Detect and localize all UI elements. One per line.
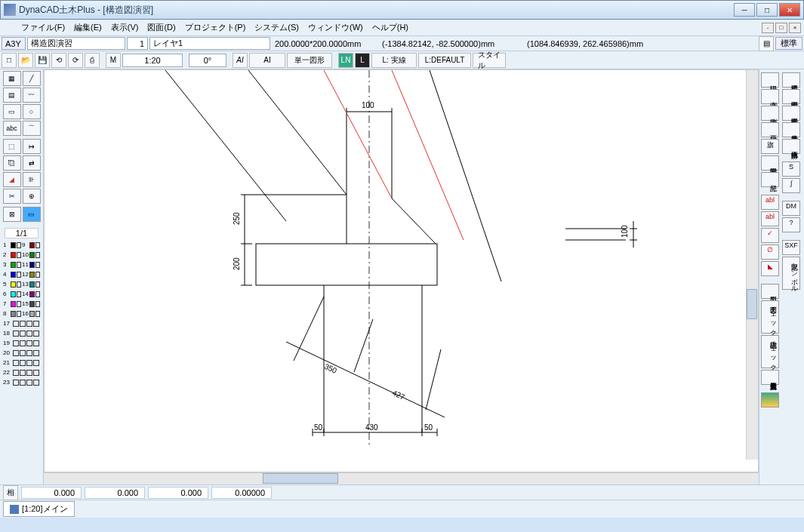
print-button[interactable]: ⎙ (85, 53, 100, 68)
tool-pan[interactable]: ▭ (23, 207, 41, 222)
rbtn-image[interactable] (761, 392, 779, 407)
menu-view[interactable]: 表示(V) (106, 20, 143, 35)
rbtn-judan[interactable]: 縦断図 (782, 89, 800, 104)
rbtn-integral[interactable]: ∫ (782, 178, 800, 193)
tab-main[interactable]: [1:20]メイン (3, 501, 75, 517)
tool-text[interactable]: abc (3, 121, 21, 136)
rbtn-flag[interactable]: 旗 (761, 139, 779, 154)
menu-file[interactable]: ファイル(F) (17, 20, 69, 35)
layer-row[interactable]: 20 (2, 348, 42, 358)
tool-arc[interactable]: ⌒ (23, 121, 41, 136)
rbtn-kouzou[interactable]: 構造図 (782, 72, 800, 88)
redo-button[interactable]: ⟳ (68, 53, 83, 68)
layer-row[interactable]: 21 (2, 358, 42, 367)
save-button[interactable]: 💾 (35, 53, 50, 68)
mdi-minimize[interactable]: - (762, 23, 774, 33)
layer-row[interactable]: 19 (2, 338, 42, 348)
rbtn-preset[interactable]: 既定シンボル (782, 257, 800, 290)
ai-button-2[interactable]: AI (249, 53, 285, 68)
rbtn-keikaku[interactable]: 計画 (761, 122, 779, 137)
rbtn-doryou[interactable]: 土量計算 (782, 122, 800, 137)
close-button[interactable]: ✕ (779, 3, 800, 17)
rbtn-tenkai[interactable]: 展開図 (761, 155, 779, 171)
rbtn-abl1[interactable]: abl (761, 195, 779, 210)
tool-extend[interactable]: ⊕ (23, 189, 41, 204)
open-button[interactable]: 📂 (18, 53, 33, 68)
layer-row[interactable]: 715 (2, 299, 42, 309)
layer-row[interactable]: 210 (2, 250, 42, 260)
tool-circle[interactable]: ○ (23, 104, 41, 119)
rbtn-check2[interactable]: 確認チェック (761, 335, 779, 368)
rbtn-genba[interactable]: 現場 (761, 72, 779, 88)
layer-page[interactable]: 1/1 (5, 228, 39, 238)
layer-row[interactable]: 412 (2, 269, 42, 279)
drawing-number[interactable]: 1 (127, 37, 148, 50)
minimize-button[interactable]: ─ (734, 3, 755, 17)
rbtn-triangle[interactable]: ◣ (761, 261, 779, 276)
menu-zumen[interactable]: 図面(D) (143, 20, 180, 35)
info-icon-button[interactable]: ▤ (759, 36, 774, 51)
scale-field[interactable]: 1:20 (122, 54, 183, 67)
mdi-close[interactable]: × (789, 23, 801, 33)
tool-erase[interactable]: ◢ (3, 172, 21, 187)
tool-hatch[interactable]: ▤ (3, 88, 21, 103)
layer-row[interactable]: 17 (2, 318, 42, 328)
horizontal-scrollbar[interactable] (44, 472, 759, 484)
tool-line[interactable]: ╱ (23, 71, 41, 86)
new-button[interactable]: □ (2, 53, 17, 68)
linetype-select[interactable]: L: 実線 (371, 53, 417, 68)
tool-select[interactable]: ⬚ (3, 139, 21, 154)
tool-trim[interactable]: ✂ (3, 189, 21, 204)
layer-row[interactable]: 22 (2, 367, 42, 377)
menu-edit[interactable]: 編集(E) (69, 20, 106, 35)
layer-row[interactable]: 18 (2, 328, 42, 338)
rbtn-sharyou[interactable]: 車両軌跡 (782, 139, 800, 154)
rbtn-dm[interactable]: DM (782, 201, 800, 216)
rbtn-abl2[interactable]: abl (761, 211, 779, 226)
paper-size[interactable]: A3Y (2, 37, 26, 50)
tool-rect[interactable]: ▭ (3, 104, 21, 119)
drawing-title[interactable]: 構造図演習 (27, 37, 125, 50)
rbtn-kigou[interactable]: 記号 (761, 172, 779, 187)
layer-row[interactable]: 19 (2, 240, 42, 250)
layer-row[interactable]: 311 (2, 260, 42, 269)
maximize-button[interactable]: □ (756, 3, 778, 17)
rbtn-check1[interactable]: 図面チェック (761, 300, 779, 334)
rbtn-s[interactable]: S (782, 161, 800, 177)
rbtn-change[interactable]: 責任主体表題変更 (761, 370, 779, 385)
menu-project[interactable]: プロジェクト(P) (180, 20, 251, 35)
menu-system[interactable]: システム(S) (250, 20, 303, 35)
tool-copy[interactable]: ⿻ (3, 155, 21, 171)
vertical-scrollbar[interactable] (746, 70, 758, 460)
tool-grid[interactable]: ▦ (3, 71, 21, 86)
tool-curve[interactable]: 〰 (23, 88, 41, 103)
status-rel-button[interactable]: 相 (3, 485, 18, 500)
rbtn-oudan[interactable]: 横断図 (782, 106, 800, 121)
tool-mirror[interactable]: ⇄ (23, 155, 41, 171)
menu-help[interactable]: ヘルプ(H) (368, 20, 413, 35)
menu-window[interactable]: ウィンドウ(W) (303, 20, 368, 35)
rbtn-help[interactable]: ? (782, 217, 800, 232)
ai-button-1[interactable]: AI (233, 53, 248, 68)
layer-row[interactable]: 816 (2, 309, 42, 318)
rbtn-zumen[interactable]: 製図 (761, 284, 779, 299)
l-button[interactable]: L (355, 53, 370, 68)
style-button[interactable]: スタイル (473, 53, 506, 68)
rbtn-circle[interactable]: ∅ (761, 244, 779, 260)
mdi-restore[interactable]: □ (775, 23, 787, 33)
rbtn-sokusen[interactable]: 測線 (761, 106, 779, 121)
tool-measure[interactable]: ⊪ (23, 172, 41, 187)
m-button[interactable]: M (106, 53, 121, 68)
rbtn-check[interactable]: ✓ (761, 228, 779, 243)
undo-button[interactable]: ⟲ (51, 53, 66, 68)
layer-row[interactable]: 614 (2, 289, 42, 299)
tool-zoom[interactable]: ⊠ (3, 207, 21, 222)
tool-move[interactable]: ↦ (23, 139, 41, 154)
layer-name[interactable]: レイヤ1 (149, 37, 270, 50)
rbtn-sxf[interactable]: SXF (782, 240, 800, 255)
standard-button[interactable]: 標準 (775, 37, 802, 50)
ln-button[interactable]: LN (338, 53, 353, 68)
single-shape-button[interactable]: 単一図形 (287, 53, 332, 68)
angle-field[interactable]: 0° (189, 54, 226, 67)
rbtn-sokuten[interactable]: 測点 (761, 89, 779, 104)
